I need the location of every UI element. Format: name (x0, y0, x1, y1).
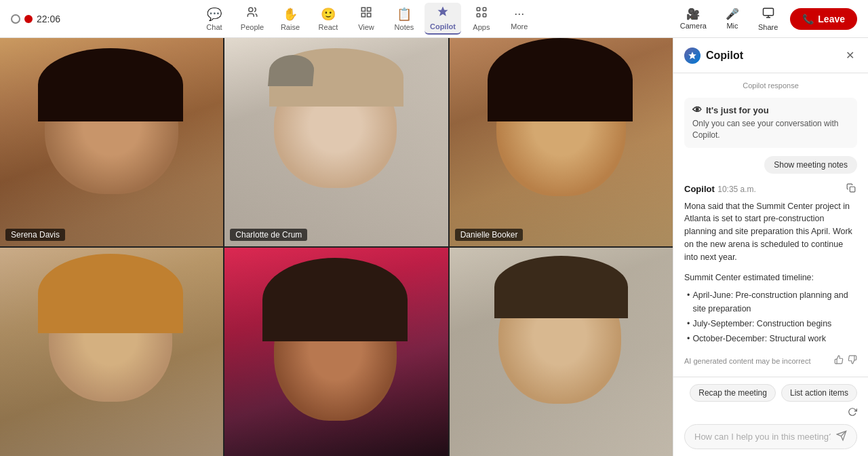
camera-icon: 🎥 (686, 7, 700, 20)
copy-message-button[interactable] (845, 182, 857, 196)
copilot-body: Copilot response 👁 It's just for you Onl… (673, 73, 868, 377)
top-bar: 22:06 💬 Chat People ✋ Raise 🙂 React View (0, 0, 868, 38)
leave-label: Leave (818, 14, 845, 24)
video-cell-charlotte: Charlotte de Crum (224, 38, 448, 246)
leave-button[interactable]: 📞 Leave (790, 8, 857, 30)
close-copilot-button[interactable]: ✕ (843, 46, 857, 64)
privacy-notice-header: 👁 It's just for you (692, 104, 849, 115)
nav-chat-label: Chat (206, 23, 222, 31)
mic-icon: 🎤 (726, 7, 739, 20)
svg-rect-7 (477, 14, 480, 17)
raise-icon: ✋ (283, 7, 298, 22)
nav-people[interactable]: People (235, 3, 270, 34)
video-cell-p5 (224, 248, 448, 456)
message-body: Mona said that the Summit Center project… (684, 200, 857, 264)
svg-rect-4 (367, 14, 370, 17)
timeline-item-3-text: October-December: Structural work (692, 332, 826, 345)
copilot-panel: Copilot ✕ Copilot response 👁 It's just f… (673, 38, 868, 456)
nav-raise[interactable]: ✋ Raise (273, 4, 308, 34)
nav-chat[interactable]: 💬 Chat (197, 4, 232, 34)
video-cell-serena: Serena Davis (0, 38, 223, 246)
copilot-nav-icon (437, 5, 449, 21)
message-header: Copilot 10:35 a.m. (684, 182, 857, 196)
share-label: Share (758, 23, 778, 31)
recap-button[interactable]: Recap the meeting (690, 384, 776, 402)
chat-input-area (684, 424, 857, 449)
nav-people-label: People (241, 23, 264, 31)
svg-rect-9 (763, 8, 773, 16)
eye-icon: 👁 (692, 104, 702, 115)
refresh-button[interactable] (848, 407, 857, 419)
nav-copilot-label: Copilot (430, 22, 456, 31)
camera-label: Camera (680, 22, 707, 30)
previous-message-hint: Copilot response (684, 81, 857, 90)
copilot-header: Copilot ✕ (673, 38, 868, 73)
leave-phone-icon: 📞 (802, 14, 814, 24)
copilot-message: Copilot 10:35 a.m. Mona said that the Su… (684, 182, 857, 347)
thumbs-up-button[interactable] (834, 355, 844, 366)
label-serena: Serena Davis (5, 229, 65, 241)
timeline-item-2-text: July-September: Construction begins (692, 317, 831, 330)
nav-copilot[interactable]: Copilot (425, 3, 461, 35)
svg-rect-2 (367, 7, 370, 11)
svg-rect-5 (477, 7, 480, 11)
nav-raise-label: Raise (281, 23, 300, 31)
record-dot (24, 15, 33, 23)
apps-icon (475, 6, 488, 22)
nav-notes-label: Notes (395, 23, 414, 31)
nav-apps[interactable]: Apps (464, 3, 499, 34)
main-area: Serena Davis Charlotte de Crum Danielle … (0, 38, 868, 456)
chat-icon: 💬 (207, 7, 222, 22)
video-cell-danielle: Danielle Booker (450, 38, 673, 246)
nav-bar: 💬 Chat People ✋ Raise 🙂 React View 📋 Not… (197, 3, 537, 35)
list-actions-button[interactable]: List action items (781, 384, 857, 402)
svg-rect-10 (850, 187, 855, 192)
message-sender: Copilot (684, 184, 715, 194)
privacy-text: Only you can see your conversation with … (692, 118, 849, 141)
view-icon (360, 6, 372, 22)
label-danielle: Danielle Booker (455, 229, 524, 241)
show-meeting-notes-button[interactable]: Show meeting notes (764, 156, 857, 174)
send-icon[interactable] (836, 430, 847, 443)
timeline-item-1-text: April-June: Pre-construction planning an… (692, 288, 857, 316)
svg-rect-8 (483, 14, 486, 17)
nav-view-label: View (358, 23, 374, 31)
copilot-title: Copilot (684, 48, 743, 64)
svg-rect-3 (361, 14, 365, 17)
nav-more-label: More (511, 22, 528, 31)
chat-input[interactable] (694, 432, 831, 442)
nav-apps-label: Apps (473, 23, 490, 31)
record-indicator: 22:06 (11, 14, 60, 24)
copilot-footer: Recap the meeting List action items (673, 377, 868, 456)
svg-point-0 (249, 7, 253, 12)
copilot-title-text: Copilot (706, 50, 743, 62)
message-timestamp: 10:35 a.m. (717, 185, 756, 194)
timeline-item-2: • July-September: Construction begins (687, 317, 857, 330)
nav-react-label: React (319, 23, 338, 31)
people-icon (246, 6, 258, 22)
ai-disclaimer: AI generated content may be incorrect (684, 355, 857, 366)
timeline-list: • April-June: Pre-construction planning … (684, 288, 857, 347)
svg-rect-6 (483, 7, 486, 11)
timer: 22:06 (37, 14, 60, 24)
circle-icon (11, 14, 20, 24)
mic-button[interactable]: 🎤 Mic (719, 5, 746, 33)
camera-button[interactable]: 🎥 Camera (673, 5, 713, 33)
timeline-item-1: • April-June: Pre-construction planning … (687, 288, 857, 316)
nav-react[interactable]: 🙂 React (311, 4, 346, 34)
feedback-buttons (834, 355, 857, 366)
share-button[interactable]: Share (751, 4, 785, 34)
timeline-header: Summit Center estimated timeline: (684, 271, 857, 284)
timeline-item-3: • October-December: Structural work (687, 332, 857, 345)
share-icon (762, 7, 774, 22)
video-grid: Serena Davis Charlotte de Crum Danielle … (0, 38, 673, 456)
label-charlotte: Charlotte de Crum (230, 229, 307, 241)
nav-more[interactable]: ··· More (502, 4, 537, 33)
nav-view[interactable]: View (349, 3, 384, 34)
nav-notes[interactable]: 📋 Notes (387, 4, 422, 34)
copilot-logo-icon (684, 48, 701, 64)
privacy-notice: 👁 It's just for you Only you can see you… (684, 98, 857, 148)
notes-icon: 📋 (397, 7, 412, 22)
mic-label: Mic (726, 22, 738, 30)
thumbs-down-button[interactable] (848, 355, 857, 366)
